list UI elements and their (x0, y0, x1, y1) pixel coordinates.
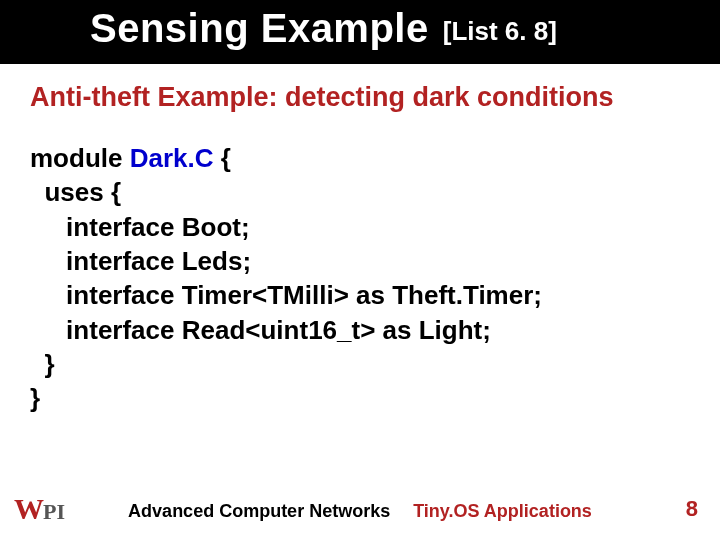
page-number: 8 (686, 496, 698, 522)
code-line-3: interface Boot; (30, 212, 250, 242)
code-module-name: Dark.C (130, 143, 214, 173)
footer: W PI Advanced Computer Networks Tiny.OS … (0, 488, 720, 528)
wpi-logo: W PI (14, 494, 65, 524)
slide-title: Sensing Example (90, 6, 429, 51)
code-line-1a: module (30, 143, 130, 173)
footer-course-name: Advanced Computer Networks (128, 501, 390, 521)
code-line-1c: { (214, 143, 231, 173)
footer-topic: Tiny.OS Applications (413, 501, 592, 521)
code-line-7: } (30, 349, 55, 379)
footer-center: Advanced Computer Networks Tiny.OS Appli… (128, 501, 592, 522)
code-line-8: } (30, 383, 40, 413)
code-line-4: interface Leds; (30, 246, 251, 276)
slide-title-sub: [List 6. 8] (443, 16, 557, 47)
code-line-5: interface Timer<TMilli> as Theft.Timer; (30, 280, 542, 310)
code-line-2: uses { (30, 177, 121, 207)
slide-subtitle: Anti-theft Example: detecting dark condi… (0, 64, 720, 113)
title-bar: Sensing Example [List 6. 8] (0, 0, 720, 64)
code-line-6: interface Read<uint16_t> as Light; (30, 315, 491, 345)
logo-pi-letters: PI (43, 501, 65, 523)
logo-w-letter: W (14, 494, 42, 524)
code-block: module Dark.C { uses { interface Boot; i… (0, 113, 720, 416)
